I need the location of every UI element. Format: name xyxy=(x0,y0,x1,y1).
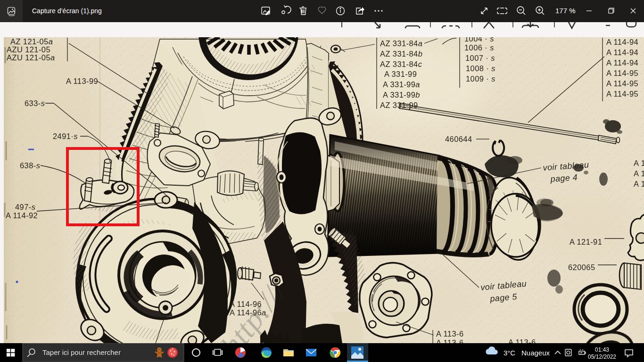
svg-text:A 331-99a: A 331-99a xyxy=(383,80,420,89)
svg-text:05/12/2022: 05/12/2022 xyxy=(588,354,616,360)
svg-text:620065: 620065 xyxy=(568,263,595,272)
svg-text:A 114-94: A 114-94 xyxy=(606,38,638,46)
svg-text:Nuageux: Nuageux xyxy=(521,349,550,357)
svg-text:177 %: 177 % xyxy=(555,7,576,15)
svg-text:AZ 331-84b: AZ 331-84b xyxy=(380,49,422,58)
svg-text:1006 · s: 1006 · s xyxy=(464,43,494,52)
svg-text:A 114-95: A 114-95 xyxy=(606,90,638,98)
svg-text:460644: 460644 xyxy=(445,135,472,143)
svg-text:497-s: 497-s xyxy=(15,203,35,211)
svg-text:A 114-94: A 114-94 xyxy=(606,58,638,67)
svg-text:AZ 331-84a: AZ 331-84a xyxy=(380,39,422,48)
svg-text:A 113-6: A 113-6 xyxy=(508,338,536,343)
svg-text:A 1: A 1 xyxy=(634,180,644,188)
svg-text:A 121-91: A 121-91 xyxy=(570,238,602,246)
svg-text:AZ 121-05a: AZ 121-05a xyxy=(10,37,53,46)
svg-text:A 1: A 1 xyxy=(634,169,644,178)
svg-text:AZ 331-99: AZ 331-99 xyxy=(380,101,418,109)
svg-text:AZ 331-84c: AZ 331-84c xyxy=(380,60,422,68)
svg-text:Taper ici pour rechercher: Taper ici pour rechercher xyxy=(42,348,121,356)
svg-text:2491·s: 2491·s xyxy=(53,132,78,140)
svg-text:page 4: page 4 xyxy=(550,173,578,184)
svg-text:01:43: 01:43 xyxy=(595,346,609,353)
svg-text:1009 · s: 1009 · s xyxy=(466,74,495,83)
svg-text:A 1: A 1 xyxy=(634,159,644,167)
svg-text:A 114-95: A 114-95 xyxy=(606,79,638,88)
svg-text:1007 · s: 1007 · s xyxy=(465,54,495,62)
svg-text:1004 · s: 1004 · s xyxy=(464,37,494,43)
svg-text:A 114-96: A 114-96 xyxy=(230,300,262,308)
svg-text:A 113-99: A 113-99 xyxy=(66,77,98,85)
svg-text:A 331-99: A 331-99 xyxy=(384,70,417,78)
svg-text:638-s: 638-s xyxy=(20,161,40,170)
svg-text:A 114-96a: A 114-96a xyxy=(230,308,266,317)
svg-text:1008 · s: 1008 · s xyxy=(466,64,495,73)
svg-text:A 113-6: A 113-6 xyxy=(436,338,463,343)
svg-text:A 114-95: A 114-95 xyxy=(606,69,638,77)
svg-text:A 114-92: A 114-92 xyxy=(6,211,38,220)
svg-text:A 113-6: A 113-6 xyxy=(436,329,463,338)
svg-text:A 114-94: A 114-94 xyxy=(606,48,638,57)
svg-text:633-s: 633-s xyxy=(25,99,45,107)
svg-text:3°C: 3°C xyxy=(504,349,515,357)
svg-text:A 331-99b: A 331-99b xyxy=(383,90,420,99)
svg-text:AZU 121-05a: AZU 121-05a xyxy=(7,53,55,62)
svg-text:AZU 121-05: AZU 121-05 xyxy=(7,45,50,54)
